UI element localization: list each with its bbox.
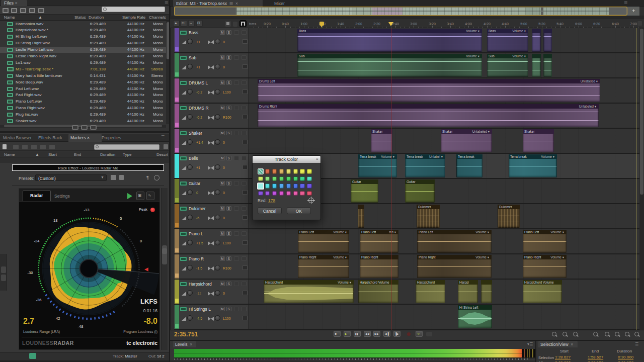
svg-text:0: 0 [140, 239, 142, 243]
svg-text:-48: -48 [78, 324, 84, 329]
svg-text:-24: -24 [34, 239, 40, 243]
svg-text:-5: -5 [119, 216, 122, 221]
svg-text:-36: -36 [36, 298, 42, 302]
svg-text:-30: -30 [28, 270, 33, 275]
svg-text:-42: -42 [55, 316, 60, 321]
svg-text:-13: -13 [84, 208, 90, 212]
svg-text:-18: -18 [52, 218, 58, 223]
